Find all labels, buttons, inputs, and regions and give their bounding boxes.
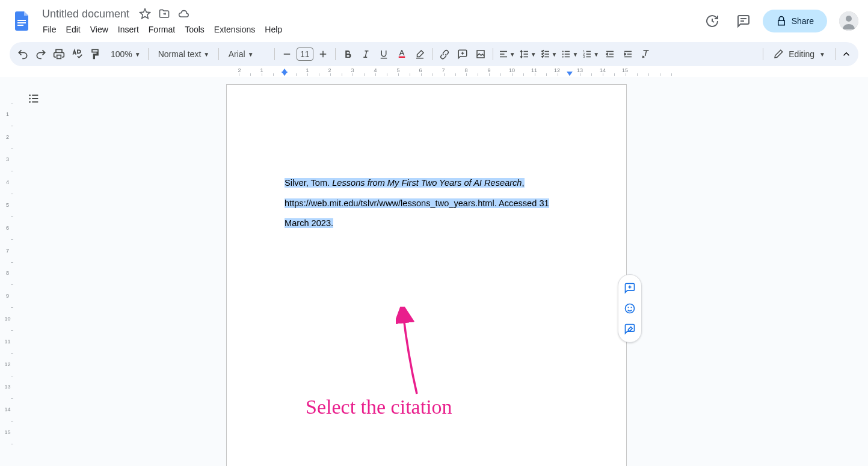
line-spacing-button[interactable]: ▼ [518, 46, 538, 63]
toolbar-separator [493, 48, 493, 60]
chevron-down-icon: ▼ [203, 51, 209, 58]
move-icon[interactable] [157, 7, 171, 21]
cloud-status-icon[interactable] [176, 7, 191, 21]
svg-point-13 [29, 98, 31, 100]
svg-point-4 [846, 16, 852, 22]
share-label: Share [792, 16, 814, 26]
toolbar: 100%▼ Normal text▼ Arial▼ ▼ ▼ ▼ ▼ 123▼ E… [10, 42, 858, 66]
share-button[interactable]: Share [763, 10, 827, 32]
app-header: Untitled document File Edit View Insert … [0, 0, 868, 38]
document-canvas: 123456789101112131415 Silver, Tom. Lesso… [0, 77, 868, 466]
suggest-edits-icon[interactable] [620, 319, 639, 339]
chevron-down-icon: ▼ [531, 51, 537, 58]
bold-button[interactable] [339, 46, 356, 63]
numbered-list-button[interactable]: 123▼ [580, 46, 600, 63]
chevron-down-icon: ▼ [248, 51, 254, 58]
chevron-down-icon: ▼ [819, 51, 825, 58]
title-area: Untitled document File Edit View Insert … [38, 5, 700, 37]
selection-toolbar [618, 274, 642, 343]
insert-image-button[interactable] [472, 46, 489, 63]
insert-link-button[interactable] [436, 46, 453, 63]
menu-help[interactable]: Help [260, 22, 286, 37]
redo-button[interactable] [32, 46, 49, 63]
svg-point-15 [626, 304, 635, 313]
svg-point-6 [562, 51, 564, 52]
collapse-toolbar-button[interactable] [839, 47, 854, 61]
menu-insert[interactable]: Insert [114, 22, 143, 37]
docs-logo-icon[interactable] [10, 9, 34, 33]
svg-point-7 [562, 54, 564, 55]
paragraph-style-dropdown[interactable]: Normal text▼ [152, 46, 215, 63]
italic-button[interactable] [357, 46, 374, 63]
decrease-font-size-button[interactable] [279, 46, 295, 63]
add-comment-icon[interactable] [620, 278, 639, 298]
toolbar-separator [335, 48, 336, 60]
toolbar-separator [432, 48, 432, 60]
citation-title: Lessons from My First Two Years of AI Re… [332, 178, 522, 188]
checklist-button[interactable]: ▼ [539, 46, 559, 63]
print-button[interactable] [51, 46, 67, 63]
menu-view[interactable]: View [86, 22, 112, 37]
document-title[interactable]: Untitled document [38, 7, 133, 22]
toolbar-separator [274, 48, 275, 60]
svg-point-16 [628, 307, 629, 308]
svg-point-17 [631, 307, 632, 308]
underline-button[interactable] [375, 46, 392, 63]
zoom-dropdown[interactable]: 100%▼ [105, 46, 144, 63]
add-comment-button[interactable] [454, 46, 471, 63]
text-color-button[interactable] [393, 46, 410, 63]
history-icon[interactable] [700, 9, 724, 33]
highlight-color-button[interactable] [411, 46, 428, 63]
document-page[interactable]: Silver, Tom. Lessons from My First Two Y… [226, 84, 627, 466]
citation-author: Silver, Tom. [285, 178, 332, 188]
svg-rect-2 [17, 25, 23, 26]
horizontal-ruler[interactable]: 21123456789101112131415 [0, 67, 868, 77]
toolbar-separator [218, 48, 219, 60]
chevron-down-icon: ▼ [135, 51, 141, 58]
menu-tools[interactable]: Tools [180, 22, 209, 37]
toolbar-separator [835, 48, 836, 60]
vertical-ruler[interactable]: 123456789101112131415 [0, 84, 15, 466]
chevron-down-icon: ▼ [509, 51, 516, 58]
increase-font-size-button[interactable] [315, 46, 331, 63]
align-button[interactable]: ▼ [497, 46, 517, 63]
toolbar-separator [148, 48, 149, 60]
svg-point-12 [29, 94, 31, 96]
menu-format[interactable]: Format [144, 22, 179, 37]
mode-dropdown[interactable]: Editing ▼ [767, 46, 831, 63]
svg-text:3: 3 [583, 55, 585, 58]
user-avatar[interactable] [839, 11, 858, 31]
document-body-text[interactable]: Silver, Tom. Lessons from My First Two Y… [285, 173, 555, 234]
svg-rect-0 [17, 20, 26, 21]
undo-button[interactable] [14, 46, 31, 63]
comments-icon[interactable] [731, 9, 756, 33]
font-size-input[interactable] [297, 48, 313, 61]
spellcheck-button[interactable] [69, 46, 85, 63]
outline-toggle-button[interactable] [24, 89, 43, 108]
bulleted-list-button[interactable]: ▼ [559, 46, 579, 63]
emoji-reaction-icon[interactable] [620, 299, 639, 318]
svg-point-14 [29, 101, 31, 103]
svg-rect-1 [17, 22, 26, 23]
paint-format-button[interactable] [87, 46, 103, 63]
menu-edit[interactable]: Edit [62, 22, 85, 37]
toolbar-separator [763, 48, 763, 60]
menu-extensions[interactable]: Extensions [210, 22, 259, 37]
star-icon[interactable] [138, 7, 152, 21]
increase-indent-button[interactable] [620, 46, 636, 63]
font-dropdown[interactable]: Arial▼ [223, 46, 271, 63]
chevron-down-icon: ▼ [572, 51, 578, 58]
chevron-down-icon: ▼ [552, 51, 558, 58]
chevron-down-icon: ▼ [593, 51, 599, 58]
decrease-indent-button[interactable] [602, 46, 618, 63]
svg-rect-5 [398, 57, 405, 58]
menu-file[interactable]: File [38, 22, 61, 37]
menu-bar: File Edit View Insert Format Tools Exten… [38, 22, 700, 37]
clear-formatting-button[interactable] [638, 46, 654, 63]
svg-point-8 [562, 56, 564, 57]
